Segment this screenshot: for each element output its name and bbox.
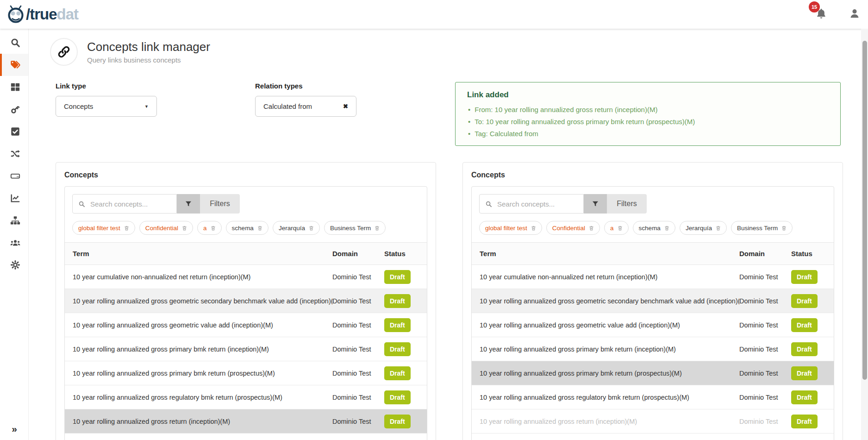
filter-chip[interactable]: a — [604, 221, 629, 235]
page-scrollbar-thumb[interactable] — [862, 41, 867, 380]
filter-chip-label: Confidential — [145, 225, 178, 232]
term-cell: 10 year rolling annualized gross return … — [472, 418, 739, 425]
trash-icon[interactable] — [781, 225, 787, 231]
filter-chip[interactable]: global filter test — [479, 221, 542, 235]
table-row[interactable]: 10 year cumulative non-annualized net re… — [472, 265, 834, 289]
filter-chip[interactable]: Confidential — [546, 221, 600, 235]
filter-chips-row: global filter test Confidential a schema… — [72, 221, 419, 235]
term-cell: 10 year cumulative non-annualized net re… — [472, 273, 739, 281]
user-menu-button[interactable] — [849, 7, 861, 21]
domain-cell: Dominio Test — [739, 370, 791, 377]
term-cell: 10 year rolling annualized gross regulat… — [65, 394, 332, 401]
filter-funnel-button[interactable] — [177, 194, 200, 214]
sidebar-item-domains[interactable] — [0, 209, 28, 232]
status-cell: Draft — [384, 318, 427, 332]
top-navbar: /truedat 15 — [0, 0, 868, 29]
filter-chip-label: global filter test — [485, 225, 527, 232]
table-row[interactable]: 10 year rolling annualized gross regulat… — [65, 385, 427, 409]
status-cell: Draft — [791, 366, 834, 380]
trash-icon[interactable] — [257, 225, 262, 231]
table-row[interactable]: 10 year rolling annualized gross geometr… — [472, 289, 834, 313]
table-row[interactable]: 10 year rolling annualized gross geometr… — [65, 313, 427, 337]
sidebar-item-users[interactable] — [0, 232, 28, 254]
page-subtitle: Query links business concepts — [87, 56, 210, 64]
sidebar-item-search[interactable] — [0, 31, 28, 54]
term-cell: 10 year rolling annualized gross primary… — [65, 346, 332, 353]
trash-icon[interactable] — [589, 225, 594, 231]
filter-chip[interactable]: Jerarquía — [680, 221, 727, 235]
status-badge: Draft — [791, 342, 818, 356]
table-row[interactable]: 10 year rolling annualized gross primary… — [472, 337, 834, 361]
brand-logo[interactable]: /truedat — [7, 5, 78, 24]
notifications-button[interactable]: 15 — [815, 7, 827, 21]
sidebar-item-analytics[interactable] — [0, 187, 28, 209]
search-input[interactable] — [89, 200, 171, 208]
search-input[interactable] — [496, 200, 578, 208]
status-badge: Draft — [791, 270, 818, 284]
trash-icon[interactable] — [531, 225, 536, 231]
table-row[interactable]: 10 year rolling annualized gross primary… — [472, 361, 834, 385]
owl-logo-icon — [7, 5, 24, 24]
filter-chip[interactable]: Jerarquía — [273, 221, 320, 235]
filters-button[interactable]: Filters — [607, 194, 647, 214]
status-cell: Draft — [384, 342, 427, 356]
relation-types-select[interactable]: Calculated from ✖ — [255, 96, 356, 117]
chevron-down-icon: ▼ — [144, 104, 149, 109]
relation-types-value: Calculated from — [263, 102, 312, 110]
sidebar-item-permissions[interactable] — [0, 98, 28, 120]
panel-title: Concepts — [471, 171, 834, 179]
page-title: Concepts link manager — [87, 40, 210, 54]
filter-chip[interactable]: schema — [226, 221, 269, 235]
page-scrollbar-track[interactable] — [861, 29, 868, 440]
trash-icon[interactable] — [124, 225, 129, 231]
search-icon — [10, 38, 20, 48]
trash-icon[interactable] — [182, 225, 187, 231]
filters-button[interactable]: Filters — [200, 194, 240, 214]
table-row[interactable]: 10 year rolling annualized gross primary… — [65, 361, 427, 385]
grid-icon — [10, 82, 20, 92]
trash-icon[interactable] — [716, 225, 721, 231]
table-row[interactable]: 10 year rolling annualized gross geometr… — [65, 289, 427, 313]
filter-chip[interactable]: Business Term — [324, 221, 386, 235]
trash-icon[interactable] — [375, 225, 380, 231]
link-icon — [57, 45, 71, 59]
check-square-icon — [10, 126, 20, 137]
sidebar-item-concepts[interactable] — [0, 54, 28, 76]
status-badge: Draft — [384, 318, 411, 332]
domain-cell: Dominio Test — [739, 321, 791, 329]
filter-chip[interactable]: Business Term — [731, 221, 793, 235]
concepts-table: Term Domain Status 10 year cumulative no… — [472, 242, 834, 434]
domain-cell: Dominio Test — [739, 418, 791, 425]
column-status: Status — [384, 250, 427, 258]
domain-cell: Dominio Test — [739, 297, 791, 305]
table-row[interactable]: 10 year cumulative non-annualized net re… — [65, 265, 427, 289]
chart-line-icon — [10, 193, 20, 203]
table-row[interactable]: 10 year rolling annualized gross return … — [472, 409, 834, 434]
trash-icon[interactable] — [211, 225, 216, 231]
trash-icon[interactable] — [618, 225, 623, 231]
filter-chip[interactable]: global filter test — [72, 221, 135, 235]
table-row[interactable]: 10 year rolling annualized gross primary… — [65, 337, 427, 361]
column-status: Status — [791, 250, 834, 258]
table-row[interactable]: 10 year rolling annualized gross regulat… — [472, 385, 834, 409]
sidebar-item-dashboards[interactable] — [0, 76, 28, 98]
trash-icon[interactable] — [664, 225, 669, 231]
clear-icon[interactable]: ✖ — [343, 103, 348, 110]
sidebar-item-settings[interactable] — [0, 254, 28, 276]
table-row[interactable]: 10 year rolling annualized gross return … — [65, 409, 427, 434]
sidebar-item-lineage[interactable] — [0, 143, 28, 165]
filter-chip[interactable]: schema — [633, 221, 675, 235]
column-domain: Domain — [739, 250, 791, 258]
table-row[interactable]: 10 year rolling annualized gross geometr… — [472, 313, 834, 337]
sidebar-item-quality[interactable] — [0, 120, 28, 143]
funnel-icon — [185, 200, 192, 207]
link-type-select[interactable]: Concepts ▼ — [56, 96, 157, 117]
filter-funnel-button[interactable] — [584, 194, 607, 214]
filter-chip[interactable]: a — [197, 221, 222, 235]
status-badge: Draft — [791, 390, 818, 404]
link-type-label: Link type — [56, 82, 157, 90]
trash-icon[interactable] — [309, 225, 314, 231]
sidebar-expand-button[interactable]: » — [0, 423, 29, 434]
sidebar-item-structures[interactable] — [0, 165, 28, 187]
filter-chip[interactable]: Confidential — [139, 221, 193, 235]
